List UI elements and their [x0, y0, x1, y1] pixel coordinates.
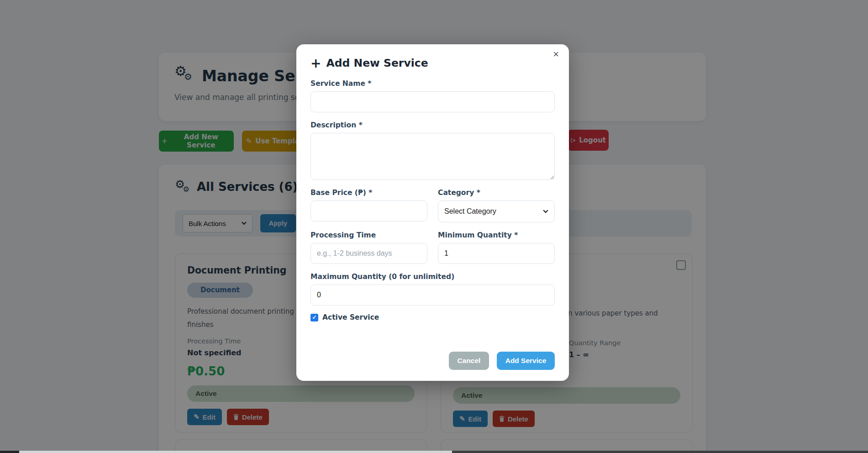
maximum-quantity-label: Maximum Quantity (0 for unlimited) — [310, 273, 555, 281]
category-selected-value: Select Category — [444, 207, 496, 216]
description-label: Description * — [310, 121, 555, 129]
scrollbar-track-segment[interactable] — [0, 451, 19, 453]
add-service-modal: × + Add New Service Service Name * Descr… — [296, 44, 569, 381]
cancel-button[interactable]: Cancel — [449, 352, 489, 370]
category-select[interactable]: Select Category — [438, 200, 555, 222]
plus-icon: + — [310, 56, 321, 71]
category-label: Category * — [438, 189, 555, 197]
minimum-quantity-label: Minimum Quantity * — [438, 231, 555, 239]
add-service-submit-button[interactable]: Add Service — [497, 352, 555, 370]
modal-title: Add New Service — [326, 57, 428, 69]
close-icon[interactable]: × — [550, 48, 562, 61]
processing-time-label: Processing Time — [310, 231, 427, 239]
app-window: ⚙ ⚙ Manage Services View and manage all … — [0, 0, 868, 453]
description-textarea[interactable] — [310, 133, 555, 180]
chevron-down-icon — [543, 210, 548, 213]
maximum-quantity-input[interactable] — [310, 284, 555, 306]
service-name-label: Service Name * — [310, 79, 555, 88]
minimum-quantity-input[interactable] — [438, 243, 555, 264]
checkmark-icon: ✓ — [312, 314, 316, 321]
horizontal-scrollbar[interactable] — [0, 451, 868, 453]
scrollbar-thumb[interactable] — [19, 451, 452, 453]
processing-time-input[interactable] — [310, 243, 427, 264]
base-price-label: Base Price (₱) * — [310, 189, 427, 197]
base-price-input[interactable] — [310, 200, 427, 221]
active-service-label: Active Service — [322, 313, 379, 321]
service-name-input[interactable] — [310, 91, 555, 112]
active-service-checkbox[interactable]: ✓ — [310, 314, 318, 321]
